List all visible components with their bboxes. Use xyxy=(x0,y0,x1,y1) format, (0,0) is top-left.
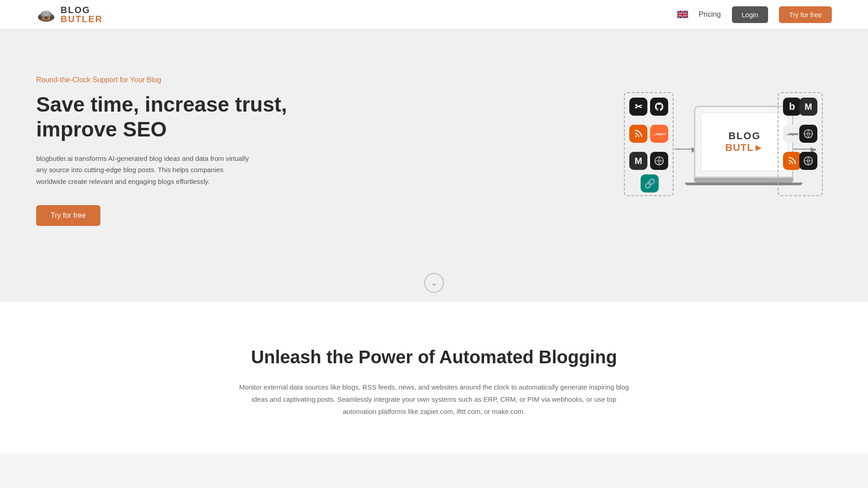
hero-headline-line1: Save time, increase trust, xyxy=(36,93,287,116)
link-icon: 🔗 xyxy=(641,174,659,192)
pricing-link[interactable]: Pricing xyxy=(699,10,721,19)
svg-rect-3 xyxy=(38,17,54,19)
logo-blog-text: BLOG xyxy=(61,5,103,14)
hero-tagline: Round-the-Clock Support for Your Blog xyxy=(36,76,287,84)
screen-blog: BLOG xyxy=(728,130,761,142)
hero-headline: Save time, increase trust, improve SEO xyxy=(36,92,287,142)
try-free-hero-button[interactable]: Try for free xyxy=(36,205,100,226)
make-icon-right: M xyxy=(799,98,817,116)
svg-point-10 xyxy=(789,163,791,164)
site-header: BLOG BUTLER Pricing Login Try for free xyxy=(0,0,868,29)
laptop-screen: BLOG BUTL► xyxy=(701,113,788,171)
hero-description: blogbutler.ai transforms AI-generated bl… xyxy=(36,153,253,188)
logo-butler-text: BUTLER xyxy=(61,14,103,23)
svg-point-5 xyxy=(47,17,50,19)
svg-point-2 xyxy=(42,11,50,16)
try-free-header-button[interactable]: Try for free xyxy=(779,6,832,23)
wordpress-icon-right xyxy=(799,125,817,143)
features-section: Unleash the Power of Automated Blogging … xyxy=(0,302,868,454)
hero-section: Round-the-Clock Support for Your Blog Sa… xyxy=(0,29,868,264)
hero-illustration: ✂ ...zapier M 🔗 ▶ xyxy=(615,79,832,223)
input-icons-box: ✂ ...zapier M 🔗 xyxy=(624,92,674,196)
wordpress-icon-left xyxy=(650,152,668,170)
brand-b-icon: b xyxy=(783,98,801,116)
hero-content-left: Round-the-Clock Support for Your Blog Sa… xyxy=(36,76,287,226)
zapier-icon-left: ...zapier xyxy=(650,125,668,143)
github-icon xyxy=(650,98,668,116)
svg-point-7 xyxy=(635,136,637,137)
nav-area: Pricing Login Try for free xyxy=(677,6,832,23)
logo[interactable]: BLOG BUTLER xyxy=(36,5,103,24)
make-icon-left: M xyxy=(629,152,647,170)
svg-point-4 xyxy=(42,17,45,19)
screen-butl: BUTL► xyxy=(725,142,764,154)
scroll-indicator-area: ⌄ xyxy=(0,264,868,302)
rss-icon-right xyxy=(783,152,801,170)
rss-icon-left xyxy=(629,125,647,143)
wordpress-icon-right2 xyxy=(799,152,817,170)
login-button[interactable]: Login xyxy=(732,6,769,23)
output-icons-box: b M ...zapier xyxy=(778,92,823,196)
tools-icon: ✂ xyxy=(629,98,647,116)
hero-headline-line2: improve SEO xyxy=(36,117,167,141)
language-flag-icon[interactable] xyxy=(677,10,688,19)
scroll-down-button[interactable]: ⌄ xyxy=(424,273,444,293)
features-description: Monitor external data sources like blogs… xyxy=(235,381,633,418)
chevron-down-icon: ⌄ xyxy=(431,278,438,288)
logo-icon xyxy=(36,5,56,24)
features-title: Unleash the Power of Automated Blogging xyxy=(36,347,832,367)
zapier-icon-right: ...zapier xyxy=(783,125,801,143)
